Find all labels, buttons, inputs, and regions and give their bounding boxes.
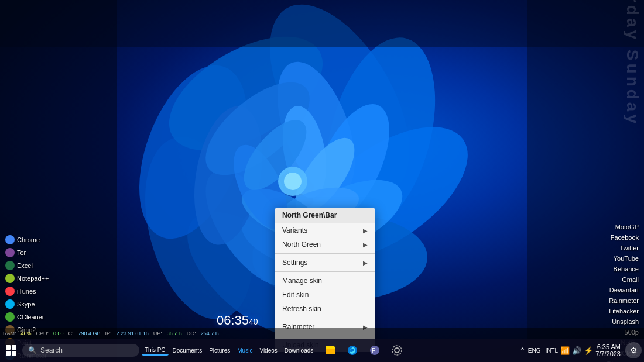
desktop-icon-right-label-7: Rainmeter bbox=[609, 297, 639, 304]
context-menu-settings-label: Settings bbox=[282, 258, 307, 267]
taskbar-edge-button[interactable] bbox=[342, 340, 363, 361]
desktop-icon-left-2[interactable]: Excel bbox=[3, 260, 51, 271]
do-label: DO: bbox=[187, 330, 196, 336]
desktop-icon-right-label-6: Deviantart bbox=[609, 287, 639, 294]
svg-rect-28 bbox=[326, 349, 335, 354]
context-menu-refresh-skin[interactable]: Refresh skin bbox=[275, 302, 375, 316]
taskbar-quick-downloads[interactable]: Downloads bbox=[282, 346, 316, 355]
taskbar-quick-pictures[interactable]: Pictures bbox=[206, 346, 233, 355]
clock-widget: 06:3540 bbox=[217, 313, 258, 328]
explorer-icon bbox=[324, 344, 336, 356]
logo-quad-2 bbox=[12, 345, 16, 350]
taskbar-search[interactable]: 🔍 Search bbox=[22, 344, 139, 357]
desktop-icon-left-0[interactable]: Chrome bbox=[3, 234, 51, 246]
settings-icon bbox=[391, 344, 403, 356]
svg-rect-26 bbox=[0, 0, 644, 47]
taskbar-quick-thispc[interactable]: This PC bbox=[142, 346, 169, 356]
desktop-icon-right-0[interactable]: MotoGP bbox=[613, 222, 641, 232]
svg-rect-29 bbox=[326, 346, 330, 349]
desktop-icon-left-circle-1 bbox=[5, 248, 15, 257]
tray-wifi-icon[interactable]: 📶 bbox=[560, 346, 570, 355]
desktop-icon-right-7[interactable]: Rainmeter bbox=[607, 296, 641, 305]
desktop-icon-left-4[interactable]: iTunes bbox=[3, 285, 51, 297]
logo-quad-1 bbox=[6, 345, 11, 350]
context-menu-settings-arrow: ▶ bbox=[363, 260, 368, 266]
desktop-icon-left-circle-3 bbox=[5, 274, 15, 283]
taskbar-ferdium-button[interactable]: F bbox=[364, 340, 385, 361]
context-menu-variants[interactable]: Variants ▶ bbox=[275, 223, 375, 237]
desktop-icon-right-label-4: Behance bbox=[614, 266, 639, 273]
do-value: 254.7 B bbox=[201, 330, 219, 336]
search-text: Search bbox=[40, 346, 63, 354]
ram-value: 46% bbox=[21, 330, 32, 336]
taskbar-pinned: F bbox=[320, 340, 407, 361]
taskbar-explorer-button[interactable] bbox=[320, 340, 341, 361]
day-text: Yesterday Monday Friday Saturday Sunday bbox=[623, 0, 642, 126]
search-icon: 🔍 bbox=[28, 346, 37, 354]
desktop-icon-left-circle-2 bbox=[5, 261, 15, 270]
tray-date: 7/7/2023 bbox=[595, 350, 621, 357]
desktop-icon-left-label-4: iTunes bbox=[17, 288, 36, 295]
taskbar-quick-documents[interactable]: Documents bbox=[170, 346, 205, 355]
desktop-icon-right-2[interactable]: Twitter bbox=[618, 243, 641, 253]
desktop-icon-right-label-2: Twitter bbox=[620, 244, 639, 251]
desktop-icon-right-6[interactable]: Deviantart bbox=[607, 285, 641, 295]
context-menu-variants-label: Variants bbox=[282, 226, 307, 235]
context-menu-variants-arrow: ▶ bbox=[363, 227, 368, 234]
desktop: Yesterday Monday Friday Saturday Sunday … bbox=[0, 0, 644, 362]
taskbar-quick-items: This PC Documents Pictures Music Videos … bbox=[142, 346, 316, 356]
settings-tray-button[interactable]: ⚙ bbox=[625, 342, 642, 358]
context-menu-edit-skin[interactable]: Edit skin bbox=[275, 288, 375, 302]
desktop-icon-left-label-6: CCleaner bbox=[17, 313, 44, 320]
start-button[interactable] bbox=[0, 339, 22, 361]
desktop-icon-right-4[interactable]: Behance bbox=[611, 264, 641, 274]
svg-point-23 bbox=[284, 173, 302, 190]
taskbar-tray: ⌃ ENG INTL 📶 🔊 ⚡ 6:35 AM 7/7/2023 ⚙ bbox=[519, 342, 644, 358]
context-menu-manage-skin[interactable]: Manage skin bbox=[275, 274, 375, 288]
tray-time: 6:35 AM bbox=[597, 343, 621, 350]
desktop-icon-right-9[interactable]: Unsplash bbox=[609, 317, 641, 326]
tray-up-icon[interactable]: ⌃ bbox=[519, 346, 526, 355]
up-label: UP: bbox=[153, 330, 162, 336]
desktop-icon-right-8[interactable]: Lifehacker bbox=[607, 306, 641, 316]
desktop-icon-left-6[interactable]: CCleaner bbox=[3, 311, 51, 323]
desktop-icon-left-label-3: Notepad++ bbox=[17, 275, 49, 282]
desktop-icon-right-label-9: Unsplash bbox=[612, 318, 639, 325]
rainmeter-bar: RAM: 46% CPU: 0.00 C: 790.4 GB IP: 2.23.… bbox=[0, 328, 644, 339]
disk-label: C: bbox=[68, 330, 74, 336]
desktop-icon-left-1[interactable]: Tor bbox=[3, 247, 51, 258]
context-menu-settings[interactable]: Settings ▶ bbox=[275, 256, 375, 270]
taskbar-quick-videos[interactable]: Videos bbox=[256, 346, 280, 355]
context-menu-title: North Green\Bar bbox=[275, 208, 375, 223]
tray-settings-icon: ⚙ bbox=[630, 346, 638, 355]
desktop-icon-left-5[interactable]: Skype bbox=[3, 298, 51, 310]
taskbar-settings-button[interactable] bbox=[386, 340, 407, 361]
clock-time: 06:3540 bbox=[217, 313, 258, 327]
cpu-value: 0.00 bbox=[53, 330, 64, 336]
up-value: 36.7 B bbox=[167, 330, 182, 336]
disk-value: 790.4 GB bbox=[78, 330, 101, 336]
desktop-icon-left-circle-6 bbox=[5, 312, 15, 322]
tray-lang: ENG bbox=[528, 347, 541, 354]
windows-logo bbox=[6, 345, 16, 356]
desktop-icon-left-circle-5 bbox=[5, 299, 15, 309]
desktop-icon-right-label-8: Lifehacker bbox=[609, 308, 639, 315]
tray-sound-icon[interactable]: 🔊 bbox=[572, 346, 581, 355]
desktop-icon-right-label-3: YouTube bbox=[614, 255, 639, 262]
tray-battery-icon[interactable]: ⚡ bbox=[584, 346, 593, 355]
context-menu-edit-skin-label: Edit skin bbox=[282, 291, 309, 299]
taskbar: 🔍 Search This PC Documents Pictures Musi… bbox=[0, 339, 644, 362]
desktop-icon-right-label-1: Facebook bbox=[611, 234, 639, 241]
desktop-icon-right-1[interactable]: Facebook bbox=[608, 233, 641, 242]
ip-value: 2.23.91.61.16 bbox=[117, 330, 149, 336]
ferdium-icon: F bbox=[369, 344, 381, 356]
desktop-icon-left-3[interactable]: Notepad++ bbox=[3, 273, 51, 284]
desktop-icon-right-3[interactable]: YouTube bbox=[611, 254, 641, 263]
svg-point-33 bbox=[395, 348, 399, 353]
desktop-icon-right-5[interactable]: Gmail bbox=[619, 275, 641, 284]
desktop-icon-left-circle-0 bbox=[5, 235, 15, 244]
taskbar-quick-music[interactable]: Music bbox=[234, 346, 255, 355]
tray-clock[interactable]: 6:35 AM 7/7/2023 bbox=[595, 343, 621, 357]
context-menu-north-green[interactable]: North Green ▶ bbox=[275, 237, 375, 251]
context-menu-sep3 bbox=[275, 318, 375, 318]
